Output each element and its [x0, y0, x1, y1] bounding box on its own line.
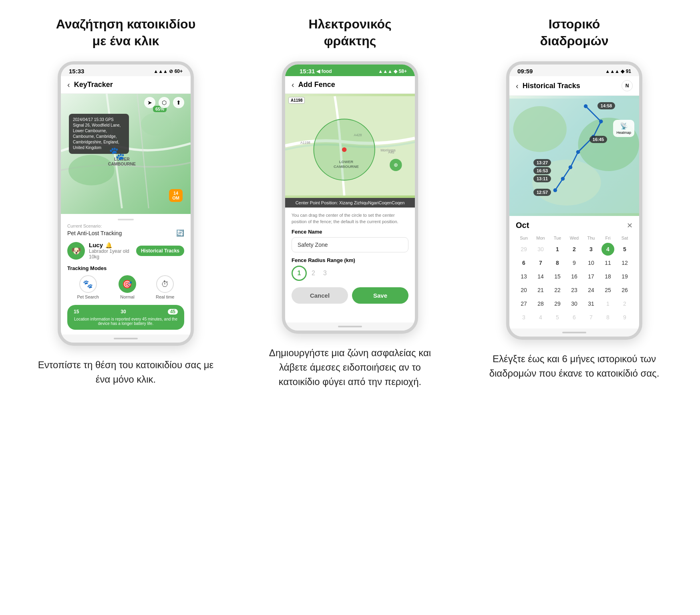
cal-day[interactable]: 23: [568, 284, 581, 296]
radius-row: 1 2 3: [292, 266, 408, 281]
phone2-form: You can drag the center of the circle to…: [285, 208, 415, 323]
cal-day[interactable]: 1: [551, 243, 564, 256]
cal-day[interactable]: 27: [517, 297, 530, 310]
mode-normal[interactable]: 🎯 Normal: [119, 275, 136, 299]
cal-day[interactable]: 24: [585, 284, 597, 296]
phone3-icons: ▲▲▲ ◆ 91: [605, 69, 631, 74]
mode-pet-search[interactable]: 🐾 Pet Search: [77, 275, 99, 299]
cal-day[interactable]: 15: [551, 270, 564, 283]
cal-close-icon[interactable]: ✕: [627, 221, 633, 230]
heatmap-button[interactable]: 📡 Heatmap: [613, 120, 634, 137]
cal-day[interactable]: 18: [601, 270, 614, 283]
save-button[interactable]: Save: [352, 287, 408, 304]
phone3-map: 14:58 16:45 13:27 16:53 13:11 12:57 📡 He…: [509, 96, 639, 216]
cal-day[interactable]: 2: [568, 243, 581, 256]
realtime-icon: ⏱: [156, 275, 174, 293]
cal-day[interactable]: 26: [618, 284, 631, 296]
svg-point-12: [342, 147, 346, 152]
cal-day[interactable]: 17: [585, 270, 597, 283]
cal-day[interactable]: 6: [517, 256, 530, 269]
cal-day[interactable]: 30: [534, 243, 547, 256]
cal-day[interactable]: 10: [585, 256, 597, 269]
column-2: Ηλεκτρονικός φράκτης 15:31 ◀ food ▲▲▲ ◆ …: [238, 16, 462, 389]
fence-name-input[interactable]: [292, 237, 408, 252]
phone2-status-bar: 15:31 ◀ food ▲▲▲ ◆ 58+: [285, 65, 415, 76]
phone2-nav-bar: ‹ Add Fence: [285, 76, 415, 94]
phone1-nav-bar: ‹ KeyTracker: [61, 76, 191, 94]
cal-day[interactable]: 13: [517, 270, 530, 283]
cal-day-today[interactable]: 4: [601, 243, 614, 256]
cal-day[interactable]: 9: [618, 311, 631, 324]
main-container: Αναζήτηση κατοικιδίου με ένα κλικ 15:33 …: [10, 16, 690, 389]
cal-day[interactable]: 16: [568, 270, 581, 283]
cal-day[interactable]: 7: [585, 311, 597, 324]
cal-day[interactable]: 5: [618, 243, 631, 256]
cal-day[interactable]: 30: [568, 297, 581, 310]
phone3-nav-bar: ‹ Historical Tracks N: [509, 76, 639, 96]
cal-day[interactable]: 21: [534, 284, 547, 296]
phone3-time: 09:59: [517, 68, 533, 75]
cal-header-sun: Sun: [516, 234, 532, 242]
refresh-icon[interactable]: 🔄: [176, 229, 184, 237]
cal-day[interactable]: 25: [601, 284, 614, 296]
phone1-map-pin: 🐾: [109, 146, 125, 161]
phone1-bottom: Current Scenario: Pet Anti-Lost Tracking…: [61, 214, 191, 335]
cal-day[interactable]: 22: [551, 284, 564, 296]
phone2-time: 15:31: [300, 68, 315, 75]
col3-title: Ιστορικό διαδρομών: [540, 16, 608, 49]
phone1-back-icon[interactable]: ‹: [67, 80, 70, 89]
map-share-icon[interactable]: ⬆: [173, 97, 184, 108]
cal-day[interactable]: 2: [618, 297, 631, 310]
north-indicator: N: [622, 80, 633, 91]
phone2-back-icon[interactable]: ‹: [292, 80, 294, 89]
cal-day[interactable]: 29: [517, 243, 530, 256]
cal-day[interactable]: 5: [551, 311, 564, 324]
normal-icon: 🎯: [119, 275, 136, 293]
cal-day[interactable]: 4: [534, 311, 547, 324]
pet-row: 🐶 Lucy 🔔 Labrador 1year old 10kg Histori…: [67, 242, 184, 260]
cal-day[interactable]: 9: [568, 256, 581, 269]
svg-point-1: [141, 113, 171, 136]
radius-label: Fence Radius Range (km): [292, 257, 408, 263]
cal-day[interactable]: 20: [517, 284, 530, 296]
cal-day[interactable]: 8: [601, 311, 614, 324]
cal-day[interactable]: 3: [585, 243, 597, 256]
cal-day[interactable]: 28: [534, 297, 547, 310]
time-badge-1327: 13:27: [533, 159, 551, 166]
map-fence-icon[interactable]: ⬡: [159, 97, 170, 108]
time-badge-1311: 13:11: [533, 175, 551, 182]
time-badge-1645: 16:45: [589, 136, 607, 143]
svg-text:A1198: A1198: [300, 141, 310, 145]
cal-day[interactable]: 6: [568, 311, 581, 324]
cal-day[interactable]: 31: [585, 297, 597, 310]
cal-day[interactable]: 8: [551, 256, 564, 269]
cal-day[interactable]: 14: [534, 270, 547, 283]
mode-realtime[interactable]: ⏱ Real time: [156, 275, 174, 299]
cal-day[interactable]: 3: [517, 311, 530, 324]
cal-day[interactable]: 12: [618, 256, 631, 269]
phone1-distance-badge: 14 OM: [169, 189, 183, 202]
phone-1: 15:33 ▲▲▲ ⊘ 60+ ‹ KeyTracker: [58, 61, 194, 346]
time-badge-1653: 16:53: [533, 167, 551, 174]
radius-selected: 1: [292, 266, 307, 281]
time-badge-1458: 14:58: [597, 102, 615, 109]
col3-desc: Ελέγξτε έως και 6 μήνες ιστορικού των δι…: [482, 352, 666, 381]
scenario-value: Pet Anti-Lost Tracking: [67, 230, 122, 236]
tracking-modes-title: Tracking Modes: [67, 265, 184, 271]
historical-tracks-btn[interactable]: Historical Tracks: [136, 246, 184, 256]
cal-day[interactable]: 29: [551, 297, 564, 310]
cal-day[interactable]: 19: [618, 270, 631, 283]
map-send-icon[interactable]: ➤: [144, 97, 155, 108]
scenario-label: Current Scenario:: [67, 224, 184, 228]
pet-breed: Labrador 1year old 10kg: [89, 248, 132, 260]
home-indicator: [114, 338, 138, 339]
phone3-back-icon[interactable]: ‹: [516, 81, 519, 91]
cal-day[interactable]: 11: [601, 256, 614, 269]
col1-title: Αναζήτηση κατοικιδίου με ένα κλικ: [56, 16, 196, 49]
cancel-button[interactable]: Cancel: [292, 287, 348, 304]
col1-desc: Εντοπίστε τη θέση του κατοικιδίου σας με…: [34, 358, 218, 387]
svg-text:CAMBOURNE: CAMBOURNE: [108, 162, 136, 166]
cal-day[interactable]: 7: [534, 256, 547, 269]
online-dot: [293, 70, 296, 73]
cal-day[interactable]: 1: [601, 297, 614, 310]
